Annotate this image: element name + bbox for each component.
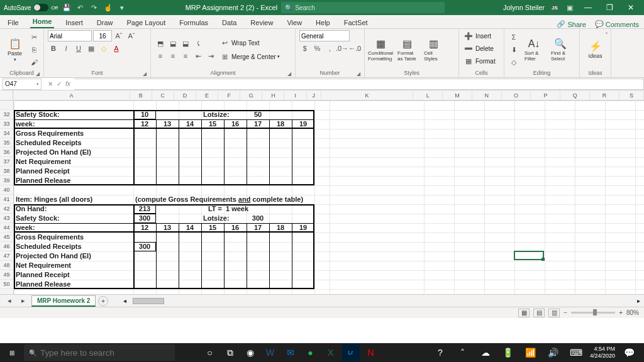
tab-formulas[interactable]: Formulas (177, 18, 211, 28)
insert-cells-button[interactable]: ➕Insert (463, 30, 491, 41)
align-top-icon[interactable]: ⬒ (155, 38, 166, 49)
row-header-36[interactable]: 36 (0, 148, 13, 157)
col-header-Q[interactable]: Q (560, 90, 590, 100)
font-size-select[interactable] (93, 30, 112, 41)
row-header-33[interactable]: 33 (0, 119, 13, 129)
row-header-42[interactable]: 42 (0, 204, 13, 214)
avatar[interactable]: JS (550, 3, 560, 13)
cell-C44[interactable]: 13 (156, 223, 179, 233)
cell-G33[interactable]: 17 (247, 119, 269, 129)
row-header-43[interactable]: 43 (0, 214, 13, 223)
formula-input[interactable] (74, 79, 644, 90)
row-header-39[interactable]: 39 (0, 176, 13, 185)
comma-icon[interactable]: , (324, 43, 335, 54)
row-header-48[interactable]: 48 (0, 261, 13, 270)
cell-A36[interactable]: Projected On Hand (EI) (14, 148, 133, 157)
ideas-button[interactable]: ⚡Ideas (584, 33, 607, 66)
tab-help[interactable]: Help (313, 18, 333, 28)
col-header-D[interactable]: D (174, 90, 196, 100)
cell-G32[interactable]: 50 (247, 110, 269, 119)
tab-data[interactable]: Data (219, 18, 239, 28)
cell-H33[interactable]: 18 (269, 119, 292, 129)
format-table-button[interactable]: ▤Format as Table (395, 33, 419, 66)
tab-page-layout[interactable]: Page Layout (124, 18, 168, 28)
row-header-46[interactable]: 46 (0, 242, 13, 251)
col-header-C[interactable]: C (152, 90, 174, 100)
autosave-toggle[interactable]: AutoSave Off (4, 4, 58, 11)
undo-icon[interactable]: ↶ (75, 3, 86, 13)
cell-B33[interactable]: 12 (133, 119, 156, 129)
tray-battery-icon[interactable]: 🔋 (499, 344, 517, 361)
cell-E33[interactable]: 15 (201, 119, 224, 129)
cell-A44[interactable]: week: (14, 223, 133, 233)
user-name[interactable]: Jolynn Steiler (503, 4, 545, 11)
underline-button[interactable]: U (73, 43, 84, 54)
col-header-L[interactable]: L (413, 90, 443, 100)
row-header-45[interactable]: 45 (0, 233, 13, 242)
cell-A32[interactable]: Safety Stock: (14, 110, 133, 119)
col-header-K[interactable]: K (321, 90, 413, 100)
word-icon[interactable]: W (262, 344, 279, 361)
tab-file[interactable]: File (5, 18, 21, 28)
netflix-icon[interactable]: N (362, 344, 380, 361)
fill-icon[interactable]: ⬇ (508, 44, 519, 55)
clear-icon[interactable]: ◇ (508, 57, 519, 68)
cell-A41[interactable]: Item: Hinges (all doors) (14, 195, 133, 204)
cell-G44[interactable]: 17 (247, 223, 269, 233)
collapse-ribbon-icon[interactable]: ˄ (605, 31, 608, 38)
cell-E43[interactable]: Lotsize: (201, 214, 247, 223)
align-center-icon[interactable]: ≡ (167, 50, 179, 62)
cell-B32[interactable]: 10 (133, 110, 156, 119)
zoom-slider[interactable] (571, 312, 615, 314)
share-button[interactable]: 🔗 Share (557, 20, 586, 28)
zoom-level[interactable]: 80% (626, 309, 639, 316)
comments-button[interactable]: 💬 Comments (595, 20, 639, 28)
bold-button[interactable]: B (48, 43, 59, 54)
cut-icon[interactable]: ✂ (28, 31, 40, 43)
format-painter-icon[interactable]: 🖌 (28, 57, 40, 68)
cell-F33[interactable]: 16 (224, 119, 247, 129)
row-header-47[interactable]: 47 (0, 251, 13, 261)
orientation-icon[interactable]: ⤹ (192, 38, 204, 49)
inc-decimal-icon[interactable]: .0→ (336, 43, 348, 54)
row-header-38[interactable]: 38 (0, 167, 13, 176)
cancel-formula-icon[interactable]: ✕ (48, 80, 53, 87)
align-right-icon[interactable]: ≡ (180, 50, 191, 62)
italic-button[interactable]: I (60, 43, 72, 54)
cell-I44[interactable]: 19 (292, 223, 314, 233)
normal-view-icon[interactable]: ▦ (518, 309, 530, 317)
cell-A48[interactable]: Net Requirement (14, 261, 133, 270)
format-cells-button[interactable]: ▦Format (463, 55, 496, 67)
indent-inc-icon[interactable]: ⇥ (205, 50, 216, 62)
fill-color-button[interactable]: ◇ (98, 43, 109, 54)
tab-review[interactable]: Review (248, 18, 275, 28)
cell-G43[interactable]: 300 (247, 214, 269, 223)
cell-A37[interactable]: Net Requirement (14, 157, 133, 167)
col-header-I[interactable]: I (284, 90, 306, 100)
cell-B43[interactable]: 300 (133, 214, 156, 223)
col-header-M[interactable]: M (443, 90, 472, 100)
cell-A45[interactable]: Gross Requirements (14, 233, 133, 242)
cortana-icon[interactable]: ○ (201, 344, 219, 361)
cell-B42[interactable]: 213 (133, 204, 156, 214)
col-header-E[interactable]: E (196, 90, 218, 100)
excel-icon[interactable]: X (322, 344, 340, 361)
mail-icon[interactable]: ✉ (282, 344, 299, 361)
cell-D44[interactable]: 14 (179, 223, 201, 233)
cell-A50[interactable]: Planned Release (14, 280, 133, 289)
dec-decimal-icon[interactable]: ←.0 (349, 43, 360, 54)
page-break-view-icon[interactable]: ▥ (548, 309, 560, 317)
horizontal-scrollbar[interactable]: ◂▸ (123, 297, 640, 305)
tray-input-icon[interactable]: ⌨ (567, 344, 585, 361)
cell-A33[interactable]: week: (14, 119, 133, 129)
name-box[interactable]: O47▾ (3, 79, 42, 90)
col-header-G[interactable]: G (240, 90, 262, 100)
font-color-button[interactable]: A (111, 43, 122, 54)
col-header-R[interactable]: R (590, 90, 619, 100)
notifications-icon[interactable]: 💬 (620, 344, 638, 361)
start-button[interactable]: ⊞ (3, 343, 21, 362)
cell-F44[interactable]: 16 (224, 223, 247, 233)
col-header-N[interactable]: N (472, 90, 502, 100)
cell-E42[interactable]: LT = (201, 204, 224, 214)
row-header-37[interactable]: 37 (0, 157, 13, 167)
